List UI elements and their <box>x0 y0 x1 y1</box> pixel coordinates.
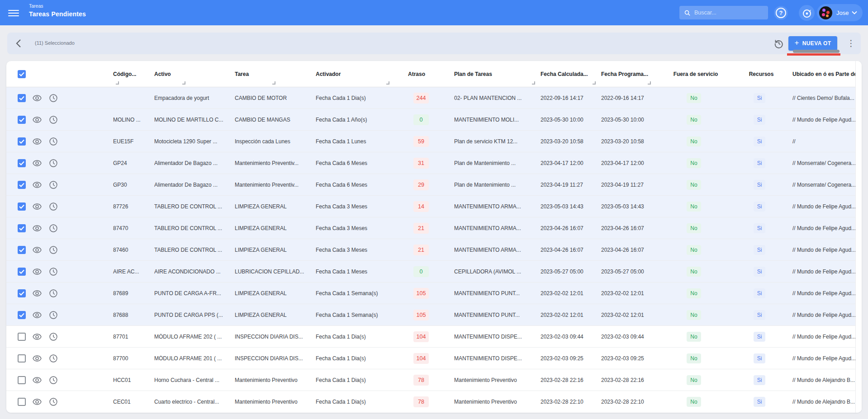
schedule-icon[interactable] <box>48 332 58 342</box>
column-resize-grip[interactable] <box>386 81 389 85</box>
column-header-ubicado[interactable]: Ubicado en ó es Parte de... <box>786 71 862 77</box>
schedule-icon[interactable] <box>48 93 58 103</box>
row-checkbox[interactable] <box>18 311 26 319</box>
column-header-recursos[interactable]: Recursos <box>718 71 786 77</box>
select-all-checkbox[interactable] <box>18 70 26 78</box>
view-icon[interactable] <box>32 180 42 190</box>
table-row[interactable]: MOLINO ... MOLINO DE MARTILLO C... CAMBI… <box>6 109 862 131</box>
row-checkbox[interactable] <box>18 376 26 384</box>
table-row[interactable]: EUE15F Motocicleta 1290 Super ... Inspec… <box>6 131 862 152</box>
schedule-icon[interactable] <box>48 137 58 146</box>
cell-fecha-programada: 2023-02-02 12:01 <box>596 312 664 318</box>
view-icon[interactable] <box>32 353 42 363</box>
column-resize-grip[interactable] <box>116 81 119 85</box>
view-icon[interactable] <box>32 115 42 125</box>
cell-activo: Alimentador De Bagazo ... <box>154 160 235 166</box>
row-checkbox[interactable] <box>18 94 26 102</box>
view-icon[interactable] <box>32 267 42 277</box>
column-resize-grip[interactable] <box>648 81 651 85</box>
column-resize-grip[interactable] <box>593 81 596 85</box>
row-checkbox[interactable] <box>18 159 26 167</box>
schedule-icon[interactable] <box>48 375 58 385</box>
row-checkbox[interactable] <box>18 268 26 276</box>
view-icon[interactable] <box>32 223 42 233</box>
atraso-badge: 244 <box>413 93 429 104</box>
column-header-fecha-calculada[interactable]: Fecha Calculada... <box>536 71 596 77</box>
row-checkbox[interactable] <box>18 224 26 232</box>
cell-activo: Motocicleta 1290 Super ... <box>154 138 235 145</box>
table-row[interactable]: AIRE AC... AIRE ACONDICIONADO ... LUBRIC… <box>6 261 862 282</box>
column-resize-grip[interactable] <box>182 81 185 85</box>
view-icon[interactable] <box>32 202 42 212</box>
row-checkbox[interactable] <box>18 398 26 406</box>
table-row[interactable]: Empacadora de yogurt CAMBIO DE MOTOR Fec… <box>6 87 862 109</box>
table-row[interactable]: 87689 PUNTO DE CARGA A-FR... LIMPIEZA GE… <box>6 282 862 304</box>
column-resize-grip[interactable] <box>272 81 275 85</box>
search-box[interactable] <box>679 6 768 19</box>
view-icon[interactable] <box>32 93 42 103</box>
column-header-fuera-servicio[interactable]: Fuera de servicio <box>664 71 718 77</box>
table-row[interactable]: 87460 TABLERO DE CONTROL ... LIMPIEZA GE… <box>6 239 862 261</box>
schedule-icon[interactable] <box>48 202 58 212</box>
row-checkbox[interactable] <box>18 354 26 363</box>
table-row[interactable]: 87701 MÓDULO AFRAME 202 ( ... INSPECCION… <box>6 326 862 348</box>
table-row[interactable]: GP30 Alimentador De Bagazo ... Mantenimi… <box>6 174 862 196</box>
column-header-fecha-programada[interactable]: Fecha Programa... <box>596 71 664 77</box>
schedule-icon[interactable] <box>48 288 58 298</box>
table-row[interactable]: 87726 TABLERO DE CONTROL ... LIMPIEZA GE… <box>6 196 862 217</box>
column-header-activo[interactable]: Activo <box>154 71 235 77</box>
view-icon[interactable] <box>32 310 42 320</box>
row-checkbox[interactable] <box>18 137 26 146</box>
schedule-icon[interactable] <box>48 397 58 407</box>
more-options-button[interactable]: ⋮ <box>847 37 855 50</box>
schedule-icon[interactable] <box>48 267 58 277</box>
cell-plan: MANTENIMIENTO ARMA... <box>454 225 536 231</box>
row-checkbox[interactable] <box>18 116 26 124</box>
view-icon[interactable] <box>32 245 42 255</box>
row-checkbox[interactable] <box>18 246 26 254</box>
schedule-icon[interactable] <box>48 115 58 125</box>
view-icon[interactable] <box>32 158 42 168</box>
schedule-icon[interactable] <box>48 158 58 168</box>
column-header-codigo[interactable]: Código... <box>113 71 154 77</box>
schedule-icon[interactable] <box>48 180 58 190</box>
horizontal-scrollbar-thumb[interactable] <box>793 50 840 53</box>
column-header-tarea[interactable]: Tarea <box>235 71 316 77</box>
table-row[interactable]: 87470 TABLERO DE CONTROL ... LIMPIEZA GE… <box>6 217 862 239</box>
column-header-plan[interactable]: Plan de Tareas <box>454 71 536 77</box>
column-header-activador[interactable]: Activador <box>316 71 402 77</box>
row-checkbox[interactable] <box>18 289 26 297</box>
schedule-icon[interactable] <box>48 223 58 233</box>
view-icon[interactable] <box>32 375 42 385</box>
cell-ubicado: // Mundo de Felipe Agud... <box>786 290 862 297</box>
row-checkbox[interactable] <box>18 202 26 211</box>
table-row[interactable]: CEC01 Cuarto electrico - Central... Mant… <box>6 391 862 413</box>
atraso-badge: 78 <box>413 375 429 386</box>
view-icon[interactable] <box>32 137 42 146</box>
view-icon[interactable] <box>32 332 42 342</box>
schedule-icon[interactable] <box>48 353 58 363</box>
view-icon[interactable] <box>32 288 42 298</box>
row-checkbox[interactable] <box>18 181 26 189</box>
menu-icon[interactable] <box>8 8 19 17</box>
schedule-icon[interactable] <box>48 310 58 320</box>
search-input[interactable] <box>694 9 762 16</box>
table-row[interactable]: GP24 Alimentador De Bagazo ... Mantenimi… <box>6 152 862 174</box>
history-icon <box>773 38 784 49</box>
view-icon[interactable] <box>32 397 42 407</box>
row-checkbox[interactable] <box>18 333 26 341</box>
fuera-de-servicio-badge: No <box>687 158 701 168</box>
table-row[interactable]: HCC01 Horno Cuchara - Central ... Manten… <box>6 369 862 391</box>
table-row[interactable]: 87700 MÓDULO AFRAME 201 ( ... INSPECCION… <box>6 348 862 369</box>
vertical-scrollbar[interactable] <box>855 61 862 413</box>
table-row[interactable]: 87688 PUNTO DE CARGA PPS (... LIMPIEZA G… <box>6 304 862 326</box>
history-button[interactable] <box>773 38 784 49</box>
help-button[interactable]: ? <box>774 6 788 20</box>
column-resize-grip[interactable] <box>532 81 535 85</box>
new-ot-button[interactable]: + NUEVA OT <box>788 36 837 51</box>
whats-new-button[interactable] <box>799 5 815 21</box>
schedule-icon[interactable] <box>48 245 58 255</box>
column-header-atraso[interactable]: Atraso <box>402 71 454 77</box>
user-menu[interactable]: Jose <box>817 4 863 21</box>
back-button[interactable] <box>14 38 24 49</box>
